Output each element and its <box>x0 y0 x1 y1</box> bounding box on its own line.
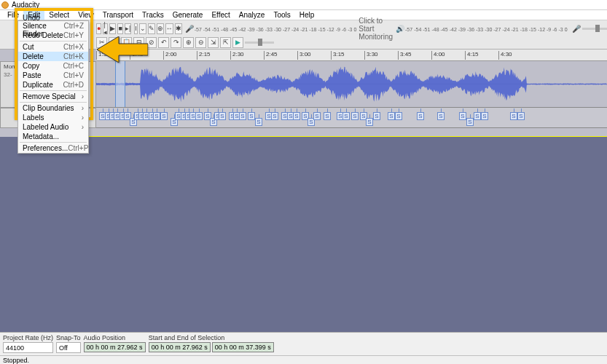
zoom-tool-button[interactable]: ⊕ <box>157 23 164 34</box>
selection-label: Start and End of Selection <box>149 334 274 341</box>
menuitem-labeled-audio[interactable]: Labeled Audio <box>18 122 88 132</box>
audio-position-field[interactable]: 00 h 00 m 27.962 s <box>84 342 146 352</box>
waveform[interactable] <box>96 61 607 108</box>
ruler-tick: 4:15 <box>465 51 479 60</box>
skip-start-button[interactable]: |◂ <box>103 23 108 34</box>
silence-label[interactable]: S <box>466 118 474 126</box>
ruler-tick: 3:00 <box>297 51 311 60</box>
menuitem-cut[interactable]: CutCtrl+X <box>18 42 88 52</box>
silence-label[interactable]: S <box>271 112 278 120</box>
menuitem-duplicate[interactable]: DuplicateCtrl+D <box>18 80 88 90</box>
window-title: Audacity <box>12 1 39 9</box>
play-button[interactable]: ▶ <box>109 23 116 34</box>
edit-menu-dropdown: Undo Silence FinderCtrl+ZRedo DeleteCtrl… <box>17 20 89 154</box>
record-button[interactable]: ● <box>96 23 101 34</box>
silence-label[interactable]: S <box>510 112 517 120</box>
draw-tool-button[interactable]: ✎ <box>148 23 155 34</box>
skip-end-button[interactable]: ▸| <box>125 23 131 34</box>
ruler-tick: 4:00 <box>431 51 445 60</box>
silence-label[interactable]: S <box>395 112 402 120</box>
project-rate-label: Project Rate (Hz) <box>3 334 53 341</box>
selection-region[interactable] <box>115 61 125 107</box>
menu-tracks[interactable]: Tracks <box>138 10 168 20</box>
selection-start-field[interactable]: 00 h 00 m 27.962 s <box>149 342 211 352</box>
timeline-ruler[interactable]: 1:301:452:002:152:302:453:003:153:303:45… <box>96 50 607 61</box>
undo-button[interactable]: ↶ <box>158 37 169 48</box>
silence-label[interactable]: S <box>195 112 203 120</box>
ruler-tick: 2:15 <box>197 51 211 60</box>
silence-label[interactable]: S <box>517 112 525 120</box>
menu-file[interactable]: File <box>3 10 23 20</box>
ruler-tick: 2:00 <box>163 51 177 60</box>
menuitem-remove-special[interactable]: Remove Special <box>18 92 88 101</box>
silence-label[interactable]: S <box>255 118 262 126</box>
multi-tool-button[interactable]: ✱ <box>175 23 182 34</box>
zoom-in-button[interactable]: ⊕ <box>183 37 194 48</box>
snap-to-select[interactable]: Off <box>56 342 81 353</box>
silence-label[interactable]: S <box>474 112 481 120</box>
silence-label[interactable]: S <box>293 112 300 120</box>
audio-position-label: Audio Position <box>84 334 146 341</box>
snap-to-label: Snap-To <box>56 334 81 341</box>
silence-label[interactable]: S <box>388 112 395 120</box>
silence-label[interactable]: S <box>219 112 226 120</box>
menuitem-undo-silence-finder[interactable]: Undo Silence FinderCtrl+Z <box>18 21 88 31</box>
ruler-tick: 2:45 <box>264 51 278 60</box>
status-bar: Stopped. <box>0 355 607 364</box>
menu-view[interactable]: View <box>74 10 98 20</box>
silence-label[interactable]: S <box>373 112 380 120</box>
playback-speed-slider[interactable] <box>245 41 274 44</box>
fit-project-button[interactable]: ⇱ <box>220 37 231 48</box>
project-rate-select[interactable]: 44100 <box>3 342 53 353</box>
ruler-tick: 3:30 <box>364 51 378 60</box>
envelope-tool-button[interactable]: ⌄ <box>139 23 146 34</box>
silence-label[interactable]: S <box>342 112 350 120</box>
silence-label[interactable]: S <box>248 112 255 120</box>
silence-label[interactable]: S <box>351 112 359 120</box>
ruler-tick: 4:30 <box>498 51 512 60</box>
silence-label[interactable]: S <box>481 112 488 120</box>
mic-icon: 🎤 <box>185 25 194 33</box>
menuitem-redo-delete[interactable]: Redo DeleteCtrl+Y <box>18 31 88 40</box>
timeline-panel: 1:301:452:002:152:302:453:003:153:303:45… <box>0 50 607 137</box>
app-logo-icon <box>1 1 9 9</box>
silence-label[interactable]: S <box>417 112 424 120</box>
zoom-out-button[interactable]: ⊖ <box>195 37 206 48</box>
play-meter[interactable]: 🔊 -57-54-51-48-45-42-39-36-33-30-27-24-2… <box>396 25 569 33</box>
menuitem-paste[interactable]: PasteCtrl+V <box>18 71 88 80</box>
mic-icon: 🎤 <box>572 25 581 33</box>
play-at-speed-button[interactable]: ▶ <box>232 37 243 48</box>
menuitem-metadata-[interactable]: Metadata... <box>18 132 88 141</box>
ruler-tick: 3:45 <box>398 51 412 60</box>
silence-label[interactable]: S <box>324 112 331 120</box>
tutorial-arrow-icon <box>97 36 148 64</box>
speaker-icon: 🔊 <box>396 25 404 33</box>
silence-label[interactable]: S <box>437 112 445 120</box>
selection-toolbar: Project Rate (Hz) 44100 Snap-To Off Audi… <box>0 332 607 355</box>
silence-label[interactable]: S <box>313 112 321 120</box>
selection-end-field[interactable]: 00 h 00 m 37.399 s <box>212 342 274 352</box>
silence-label[interactable]: S <box>160 112 168 120</box>
fit-selection-button[interactable]: ⇲ <box>208 37 219 48</box>
silence-label[interactable]: S <box>153 112 160 120</box>
silence-label[interactable]: S <box>459 112 466 120</box>
label-track[interactable]: SSSSSSSSSSSSSSSSSSSSSSSSSSSSSSSSSSSSSSSS… <box>96 108 607 128</box>
menuitem-clip-boundaries[interactable]: Clip Boundaries <box>18 103 88 113</box>
menuitem-copy[interactable]: CopyCtrl+C <box>18 61 88 71</box>
selection-tool-button[interactable]: I <box>134 23 138 34</box>
toolbar: ● |◂ ▶ ■ ▸| I ⌄ ✎ ⊕ ↔ ✱ 🎤 -57-54-51-48-4… <box>0 20 607 50</box>
silence-label[interactable]: S <box>239 112 246 120</box>
menu-transport[interactable]: Transport <box>98 10 138 20</box>
rec-volume-slider[interactable]: 🎤 <box>572 25 607 33</box>
redo-button[interactable]: ↷ <box>171 37 181 48</box>
timeshift-tool-button[interactable]: ↔ <box>165 23 173 34</box>
menuitem-labels[interactable]: Labels <box>18 113 88 122</box>
empty-track-area[interactable] <box>0 137 607 332</box>
menuitem-preferences-[interactable]: Preferences...Ctrl+P <box>18 143 88 153</box>
silence-label[interactable]: S <box>366 118 373 126</box>
ruler-tick: 3:15 <box>331 51 345 60</box>
ruler-tick: 2:30 <box>230 51 244 60</box>
menuitem-delete[interactable]: DeleteCtrl+K <box>18 52 88 61</box>
stop-button[interactable]: ■ <box>117 23 122 34</box>
